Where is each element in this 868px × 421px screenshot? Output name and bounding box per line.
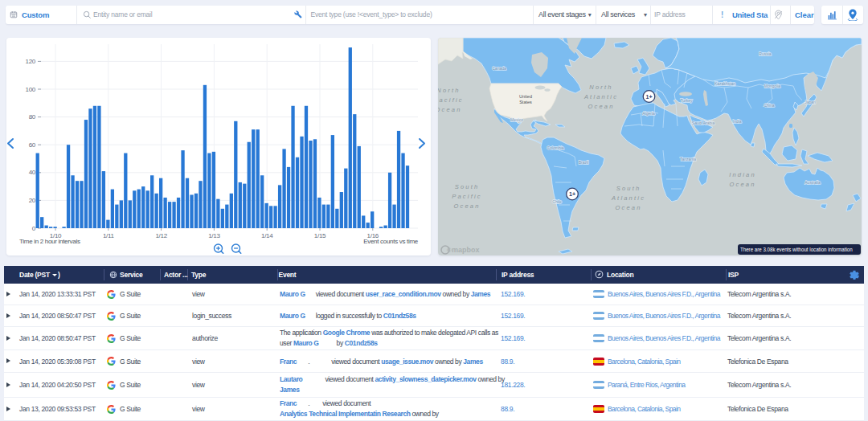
svg-text:Pacific: Pacific: [452, 193, 482, 200]
svg-text:Algeria: Algeria: [642, 111, 655, 116]
svg-text:1/13: 1/13: [208, 232, 220, 239]
svg-text:Time in 2 hour intervals: Time in 2 hour intervals: [19, 238, 80, 245]
svg-text:1/12: 1/12: [155, 232, 167, 239]
svg-text:Ocean: Ocean: [453, 202, 480, 210]
svg-text:1+: 1+: [569, 191, 575, 197]
svg-text:States: States: [519, 100, 532, 104]
svg-text:Saudi Arabia: Saudi Arabia: [692, 121, 715, 125]
svg-text:100: 100: [26, 86, 36, 93]
svg-text:Russia: Russia: [759, 51, 772, 56]
svg-text:80: 80: [29, 113, 36, 121]
svg-text:1+: 1+: [646, 94, 653, 100]
svg-text:1/14: 1/14: [261, 232, 273, 239]
svg-text:Tanzania: Tanzania: [680, 157, 696, 161]
svg-text:India: India: [733, 119, 742, 124]
svg-text:Brazil: Brazil: [579, 160, 589, 165]
svg-text:Ocean: Ocean: [438, 106, 462, 113]
svg-text:Ocean: Ocean: [588, 103, 614, 110]
svg-text:Event counts vs time: Event counts vs time: [363, 238, 419, 245]
svg-text:Pacific: Pacific: [438, 96, 464, 104]
svg-text:Ocean: Ocean: [615, 204, 641, 211]
svg-text:0: 0: [32, 225, 36, 232]
svg-text:South: South: [616, 185, 641, 192]
svg-text:1/11: 1/11: [103, 232, 115, 239]
svg-text:Mexico: Mexico: [510, 117, 523, 122]
svg-text:mapbox: mapbox: [452, 246, 480, 254]
svg-text:Mongolia: Mongolia: [764, 84, 781, 88]
svg-text:China: China: [764, 103, 774, 108]
svg-text:Turkey: Turkey: [680, 98, 693, 103]
svg-text:Indian: Indian: [729, 171, 756, 178]
svg-text:North: North: [438, 87, 461, 94]
svg-text:40: 40: [29, 169, 36, 176]
svg-text:North: North: [589, 84, 612, 91]
svg-text:60: 60: [29, 141, 36, 149]
svg-text:Canada: Canada: [492, 66, 506, 71]
svg-text:Atlantic: Atlantic: [611, 194, 645, 202]
svg-text:120: 120: [26, 58, 36, 65]
svg-text:Japan: Japan: [805, 100, 816, 104]
svg-text:Atlantic: Atlantic: [583, 93, 618, 100]
svg-text:Kazakhstan: Kazakhstan: [714, 81, 735, 86]
svg-text:Colombia: Colombia: [547, 145, 563, 150]
svg-text:Australia: Australia: [805, 180, 821, 185]
svg-text:United: United: [519, 94, 532, 99]
svg-text:Ocean: Ocean: [729, 181, 755, 188]
svg-text:20: 20: [29, 197, 36, 204]
svg-text:Chile: Chile: [552, 199, 562, 204]
svg-text:1/15: 1/15: [314, 232, 326, 239]
svg-text:South: South: [455, 183, 480, 190]
